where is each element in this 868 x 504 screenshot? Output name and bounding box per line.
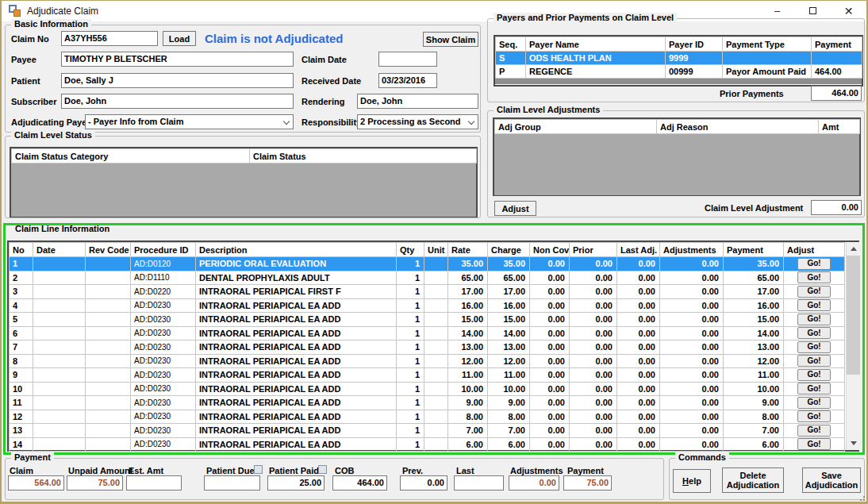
go-button[interactable]: Go! [797, 383, 831, 394]
go-button[interactable]: Go! [797, 410, 831, 422]
go-button[interactable]: Go! [797, 299, 831, 311]
payer-row[interactable]: SODS HEALTH PLAN9999 [496, 52, 862, 65]
claim-line-row[interactable]: 2AD:D1110DENTAL PROPHYLAXIS ADULT165.006… [10, 271, 845, 285]
responsibility-level-select[interactable]: 2 Processing as Second [357, 114, 478, 129]
column-header-adj-group[interactable]: Adj Group [495, 120, 657, 134]
claim-line-row[interactable]: 9AD:D0230INTRAORAL PERIAPICAL EA ADD111.… [10, 368, 845, 383]
scrollbar-thumb[interactable] [847, 256, 860, 375]
received-date-input[interactable]: 03/23/2016 [378, 73, 437, 88]
go-button[interactable]: Go! [797, 438, 831, 450]
payers-header-payer-name[interactable]: Payer Name [526, 37, 666, 52]
cell-payment: 14.00 [724, 326, 784, 340]
go-button[interactable]: Go! [797, 425, 831, 437]
scroll-up-icon[interactable] [847, 242, 860, 256]
claim-line-row[interactable]: 12AD:D0230INTRAORAL PERIAPICAL EA ADD18.… [10, 410, 845, 424]
claim-line-row[interactable]: 14AD:D0230INTRAORAL PERIAPICAL EA ADD16.… [10, 437, 845, 452]
prev-field[interactable]: 0.00 [400, 475, 447, 491]
claim-no-input[interactable]: A37YH556 [61, 31, 158, 46]
claim-line-header-rate[interactable]: Rate [448, 243, 488, 257]
claim-line-header-qty[interactable]: Qty [397, 243, 424, 257]
claim-line-row[interactable]: 3AD:D0220INTRAORAL PERIAPICAL FIRST F117… [10, 285, 845, 299]
cell-description: INTRAORAL PERIAPICAL EA ADD [196, 354, 397, 368]
cell-prior: 0.00 [570, 396, 617, 410]
maximize-icon [809, 7, 816, 14]
column-header-claim-status-category[interactable]: Claim Status Category [12, 149, 250, 164]
claim-line-row[interactable]: 6AD:D0230INTRAORAL PERIAPICAL EA ADD114.… [10, 326, 845, 340]
column-header-claim-status[interactable]: Claim Status [250, 149, 477, 164]
claim-line-header-procedure-id[interactable]: Procedure ID [131, 243, 196, 257]
claim-line-header-rev-code[interactable]: Rev Code [86, 243, 131, 257]
cell-payment: 13.00 [724, 340, 784, 355]
claim-line-header-non-cov[interactable]: Non Cov [530, 243, 570, 257]
est-amt-field[interactable] [126, 475, 182, 491]
claim-line-header-description[interactable]: Description [196, 243, 397, 257]
payers-header-payer-id[interactable]: Payer ID [666, 37, 723, 52]
payers-header-seq-[interactable]: Seq. [496, 37, 526, 52]
last-field[interactable] [454, 475, 504, 491]
payment-claim-field[interactable]: 564.00 [8, 475, 64, 491]
patient-paid-checkbox[interactable] [318, 465, 327, 474]
go-button[interactable]: Go! [797, 355, 831, 367]
payers-header-payment-type[interactable]: Payment Type [723, 37, 812, 52]
rendering-input[interactable]: Doe, John [357, 94, 478, 109]
patient-paid-field[interactable]: 25.00 [267, 475, 325, 491]
go-button[interactable]: Go! [797, 314, 831, 325]
column-header-amt[interactable]: Amt [819, 120, 860, 134]
adjustments-field[interactable]: 0.00 [509, 475, 559, 491]
claim-line-header-last-adj-[interactable]: Last Adj. [617, 243, 660, 257]
cell-charge: 7.00 [488, 424, 530, 438]
claim-line-row[interactable]: 7AD:D0230INTRAORAL PERIAPICAL EA ADD113.… [10, 340, 845, 355]
claim-line-header-charge[interactable]: Charge [488, 243, 530, 257]
claim-line-header-prior[interactable]: Prior [570, 243, 617, 257]
unpaid-amount-field[interactable]: 75.00 [67, 475, 123, 491]
go-button[interactable]: Go! [797, 258, 831, 270]
claim-line-header-payment[interactable]: Payment [724, 243, 784, 257]
claim-line-row[interactable]: 5AD:D0230INTRAORAL PERIAPICAL EA ADD115.… [10, 313, 845, 327]
go-button[interactable]: Go! [797, 271, 831, 283]
save-adjudication-button[interactable]: Save Adjudication [802, 467, 861, 493]
help-button-label: Help [682, 476, 701, 486]
scroll-down-icon[interactable] [847, 437, 860, 450]
claim-line-row[interactable]: 8AD:D0230INTRAORAL PERIAPICAL EA ADD112.… [10, 354, 845, 368]
go-button[interactable]: Go! [797, 341, 831, 353]
payee-input[interactable]: TIMOTHY P BLETSCHER [61, 52, 294, 67]
claim-level-adjustment-field[interactable]: 0.00 [811, 200, 862, 215]
go-button[interactable]: Go! [797, 327, 831, 339]
vertical-scrollbar[interactable] [846, 242, 859, 450]
subscriber-input[interactable]: Doe, John [61, 94, 294, 109]
claim-line-row[interactable]: 11AD:D0230INTRAORAL PERIAPICAL EA ADD19.… [10, 396, 845, 410]
help-button[interactable]: Help [673, 469, 711, 493]
cell-adjustments: 0.00 [660, 298, 724, 313]
cell-rate: 10.00 [448, 382, 488, 396]
cob-field[interactable]: 464.00 [332, 475, 387, 491]
claim-line-header-date[interactable]: Date [33, 243, 86, 257]
payment-amount-field[interactable]: 75.00 [563, 475, 612, 491]
payer-row[interactable]: PREGENCE00999Payor Amount Paid464.00 [496, 65, 862, 79]
delete-adjudication-button[interactable]: Delete Adjudication [722, 467, 784, 493]
column-header-adj-reason[interactable]: Adj Reason [657, 120, 819, 134]
go-button[interactable]: Go! [797, 369, 831, 381]
claim-line-row[interactable]: 4AD:D0230INTRAORAL PERIAPICAL EA ADD116.… [10, 298, 845, 313]
claim-line-row[interactable]: 10AD:D0230INTRAORAL PERIAPICAL EA ADD110… [10, 382, 845, 396]
adjudicating-payer-select[interactable]: - Payer Info from Claim [85, 114, 294, 129]
adjust-button[interactable]: Adjust [494, 201, 536, 216]
claim-date-input[interactable] [378, 52, 437, 67]
claim-line-row[interactable]: 13AD:D0230INTRAORAL PERIAPICAL EA ADD17.… [10, 424, 845, 438]
prior-payments-field[interactable]: 464.00 [811, 86, 862, 101]
cell-prior: 0.00 [570, 340, 617, 355]
cell-last-adj: 0.00 [617, 437, 660, 452]
load-button[interactable]: Load [163, 31, 196, 46]
go-button[interactable]: Go! [797, 397, 831, 409]
claim-line-row[interactable]: 1AD:D0120PERIODIC ORAL EVALUATION135.003… [10, 257, 845, 271]
resize-grip[interactable] [857, 493, 865, 501]
go-button[interactable]: Go! [797, 286, 831, 298]
payers-header-payment[interactable]: Payment [812, 37, 862, 52]
claim-line-header-adjust[interactable]: Adjust [784, 243, 845, 257]
show-claim-button[interactable]: Show Claim [423, 32, 478, 47]
claim-line-header-adjustments[interactable]: Adjustments [660, 243, 724, 257]
patient-due-field[interactable] [204, 475, 260, 491]
claim-line-header-unit[interactable]: Unit [424, 243, 448, 257]
claim-line-header-no[interactable]: No [10, 243, 33, 257]
patient-input[interactable]: Doe, Sally J [61, 73, 294, 88]
patient-due-checkbox[interactable] [254, 465, 263, 474]
